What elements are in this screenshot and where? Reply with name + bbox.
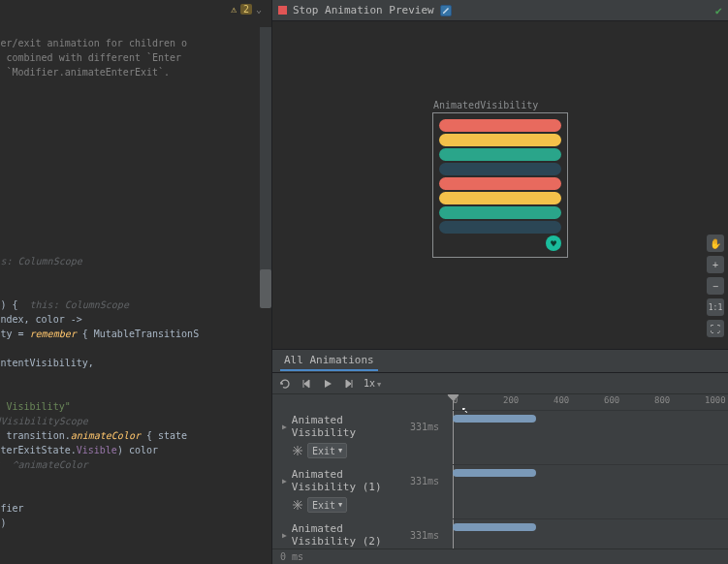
snowflake-icon[interactable] xyxy=(292,445,303,456)
code-line[interactable] xyxy=(0,239,271,254)
inspection-caret-icon[interactable]: ⌄ xyxy=(256,4,262,15)
track-segment[interactable] xyxy=(453,523,536,531)
ruler-tick: 800 xyxy=(654,395,670,405)
preview-bar xyxy=(439,177,561,190)
animation-inspector: All Animations 1x▼ 02004006008001000 ↖ ▶… xyxy=(272,349,728,564)
code-line[interactable]: Box( xyxy=(0,486,271,501)
stop-icon[interactable] xyxy=(278,6,287,15)
code-line[interactable]: ier.size(40.dp)) xyxy=(0,268,271,283)
code-line[interactable] xyxy=(0,196,271,210)
expand-caret-icon[interactable]: ▶ xyxy=(282,477,287,486)
code-line[interactable]: AnimatedVisibility( xyxy=(0,341,271,356)
code-line[interactable]: rs.forEachIndexed { index, color -> xyxy=(0,312,271,327)
minimap-thumb[interactable] xyxy=(260,269,271,308)
track-duration: 331ms xyxy=(410,530,447,541)
track-lane[interactable] xyxy=(453,464,728,505)
track-name: Animated Visibility (1) xyxy=(292,468,405,493)
go-start-icon[interactable] xyxy=(300,377,313,391)
track-lane[interactable] xyxy=(453,410,728,451)
code-line[interactable]: o create a custom enter/exit animation f… xyxy=(0,36,271,50)
code-line[interactable]: } xyxy=(0,472,271,486)
zoom-actual-icon[interactable]: 1:1 xyxy=(707,298,724,316)
loop-icon[interactable] xyxy=(278,377,292,391)
code-line[interactable]: tionApi::class) xyxy=(0,181,271,196)
code-line[interactable]: erExit xyxy=(0,152,271,167)
ruler-tick: 200 xyxy=(503,395,519,405)
code-line[interactable]: fillMaxSize()) { this: ColumnScope xyxy=(0,254,271,268)
editor-minimap[interactable] xyxy=(260,27,271,298)
code-editor[interactable]: o create a custom enter/exit animation f… xyxy=(0,17,271,534)
code-line[interactable]: label = "Animated Visibility" xyxy=(0,399,271,414)
zoom-fit-icon[interactable]: ⛶ xyxy=(707,320,724,337)
status-ok-icon: ✔ xyxy=(715,4,722,17)
code-line[interactable] xyxy=(0,167,271,181)
pan-tool-icon[interactable]: ✋ xyxy=(707,235,724,252)
code-line[interactable]: val background by transition.animateColo… xyxy=(0,428,271,443)
code-line[interactable]: val contentVisibility = remember { Mutab… xyxy=(0,327,271,341)
track-duration: 331ms xyxy=(410,476,447,486)
code-line[interactable]: .height(70.dp) xyxy=(0,516,271,530)
code-line[interactable] xyxy=(0,210,271,225)
code-line[interactable]: ate xyxy=(0,94,271,109)
play-icon[interactable] xyxy=(321,377,334,391)
warning-icon[interactable]: ⚠ xyxy=(231,4,237,15)
timeline-ruler[interactable]: 02004006008001000 xyxy=(453,394,728,410)
preview-bar xyxy=(439,134,561,146)
code-line[interactable]: lityScope.transition` combined with diff… xyxy=(0,50,271,65)
code-line[interactable]: odifier.fillMaxSize()) { this: ColumnSco… xyxy=(0,298,271,312)
track-state-select[interactable]: Exit ▼ xyxy=(307,497,347,513)
preview-label: AnimatedVisibility xyxy=(433,100,538,110)
code-line[interactable]: exit = fadeOut(), xyxy=(0,385,271,399)
track-name: Animated Visibility xyxy=(292,414,405,439)
code-line[interactable]: modifier = Modifier xyxy=(0,501,271,516)
tab-all-animations[interactable]: All Animations xyxy=(280,351,378,371)
fab-button[interactable]: ♥ xyxy=(546,235,561,251)
warning-count[interactable]: 2 xyxy=(240,4,252,15)
inspector-tabs: All Animations xyxy=(272,350,728,373)
edit-icon[interactable] xyxy=(440,5,452,16)
preview-canvas[interactable]: AnimatedVisibility ♥ ✋ + − 1:1 ⛶ xyxy=(272,21,728,349)
code-line[interactable]: cope xyxy=(0,138,271,152)
zoom-out-icon[interactable]: − xyxy=(707,277,724,295)
track-lane[interactable] xyxy=(453,518,728,548)
timeline[interactable]: 02004006008001000 ↖ ▶Animated Visibility… xyxy=(272,394,728,548)
preview-bar xyxy=(439,221,561,234)
animation-track: ▶Animated Visibility331msExit ▼ xyxy=(272,410,728,464)
zoom-in-icon[interactable]: + xyxy=(707,256,724,273)
code-line[interactable]: visibleState = contentVisibility, xyxy=(0,356,271,370)
preview-toolbar: Stop Animation Preview ✔ xyxy=(272,0,728,21)
expand-caret-icon[interactable]: ▶ xyxy=(282,423,287,431)
animation-track: ▶Animated Visibility (2)331msExit ▼ xyxy=(272,518,728,548)
preview-title: Stop Animation Preview xyxy=(293,4,434,16)
preview-bar xyxy=(439,206,561,219)
preview-bar xyxy=(439,119,561,132)
code-line[interactable]: oxScope xyxy=(0,283,271,298)
code-line[interactable] xyxy=(0,109,271,123)
code-line[interactable] xyxy=(0,123,271,138)
track-segment[interactable] xyxy=(453,415,536,423)
editor-inspection-bar: ⚠ 2 ⌄ xyxy=(0,0,271,17)
ruler-tick: 400 xyxy=(554,395,569,405)
ruler-tick: 1000 xyxy=(705,395,726,405)
code-line[interactable]: enter = fadeIn(), xyxy=(0,370,271,385)
expand-caret-icon[interactable]: ▶ xyxy=(282,531,287,540)
code-line[interactable]: ) { this: AnimatedVisibilityScope xyxy=(0,414,271,428)
code-line[interactable]: if (state == EnterExitState.Visible) col… xyxy=(0,443,271,457)
timeline-status: 0 ms xyxy=(272,548,728,564)
playback-bar: 1x▼ xyxy=(272,373,728,394)
track-segment[interactable] xyxy=(453,469,536,477)
snowflake-icon[interactable] xyxy=(292,499,303,511)
code-line[interactable] xyxy=(0,21,271,36)
speed-select[interactable]: 1x▼ xyxy=(364,378,381,389)
go-end-icon[interactable] xyxy=(342,377,356,391)
device-frame: AnimatedVisibility ♥ xyxy=(432,112,568,258)
track-state-select[interactable]: Exit ▼ xyxy=(307,443,347,458)
code-line[interactable]: else Color.Gray ^animateColor xyxy=(0,457,271,472)
code-line[interactable] xyxy=(0,79,271,94)
code-line[interactable]: atedVisibility` using `Modifier.animateE… xyxy=(0,65,271,79)
preview-side-tools: ✋ + − 1:1 ⛶ xyxy=(707,235,724,337)
editor-pane: ⚠ 2 ⌄ o create a custom enter/exit anima… xyxy=(0,0,271,564)
preview-bar xyxy=(439,163,561,175)
ruler-tick: 600 xyxy=(604,395,619,405)
code-line[interactable]: { xyxy=(0,225,271,239)
